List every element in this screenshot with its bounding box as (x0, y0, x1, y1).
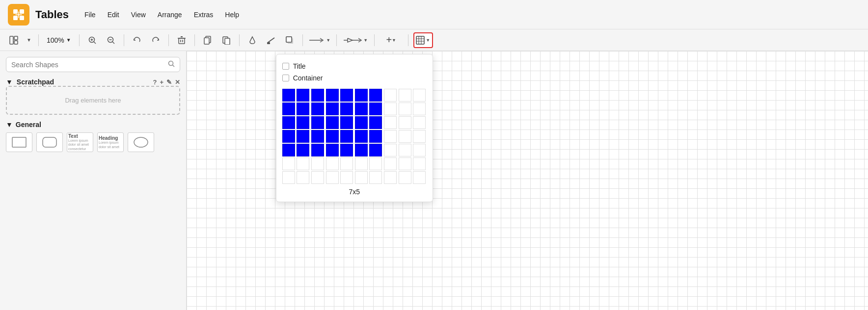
grid-cell-0-6[interactable] (369, 89, 382, 102)
menu-arrange[interactable]: Arrange (154, 9, 186, 21)
shape-heading[interactable]: Heading Lorem ipsum dolor sit amet (97, 132, 124, 152)
menu-view[interactable]: View (127, 9, 150, 21)
grid-cell-3-6[interactable] (369, 130, 382, 143)
grid-cell-5-1[interactable] (297, 157, 309, 170)
grid-cell-2-3[interactable] (326, 116, 339, 129)
grid-cell-6-1[interactable] (297, 171, 309, 184)
grid-cell-1-9[interactable] (413, 103, 426, 115)
grid-cell-2-6[interactable] (369, 116, 382, 129)
grid-cell-1-5[interactable] (355, 103, 368, 115)
grid-cell-6-9[interactable] (413, 171, 426, 184)
grid-cell-2-0[interactable] (282, 116, 295, 129)
zoom-selector[interactable]: 100% ▼ (44, 35, 74, 45)
insert-button[interactable]: + ▼ (380, 32, 403, 48)
grid-cell-0-8[interactable] (399, 89, 411, 102)
copy-button[interactable] (200, 32, 216, 48)
grid-cell-4-2[interactable] (311, 144, 324, 156)
grid-cell-3-2[interactable] (311, 130, 324, 143)
grid-cell-2-9[interactable] (413, 116, 426, 129)
grid-cell-5-0[interactable] (282, 157, 295, 170)
grid-cell-6-5[interactable] (355, 171, 368, 184)
grid-cell-3-7[interactable] (384, 130, 397, 143)
grid-cell-0-9[interactable] (413, 89, 426, 102)
grid-cell-3-3[interactable] (326, 130, 339, 143)
zoom-in-button[interactable] (84, 32, 100, 48)
table-button[interactable]: ▼ (413, 32, 433, 48)
grid-cell-4-0[interactable] (282, 144, 295, 156)
grid-cell-3-1[interactable] (297, 130, 309, 143)
grid-cell-0-1[interactable] (297, 89, 309, 102)
grid-cell-1-7[interactable] (384, 103, 397, 115)
grid-cell-0-4[interactable] (340, 89, 353, 102)
grid-cell-6-8[interactable] (399, 171, 411, 184)
grid-cell-4-5[interactable] (355, 144, 368, 156)
grid-cell-2-4[interactable] (340, 116, 353, 129)
grid-cell-6-7[interactable] (384, 171, 397, 184)
grid-cell-5-6[interactable] (369, 157, 382, 170)
grid-cell-4-8[interactable] (399, 144, 411, 156)
grid-cell-5-5[interactable] (355, 157, 368, 170)
grid-cell-5-4[interactable] (340, 157, 353, 170)
grid-cell-0-3[interactable] (326, 89, 339, 102)
title-option[interactable]: Title (282, 60, 427, 72)
grid-cell-0-2[interactable] (311, 89, 324, 102)
grid-cell-1-8[interactable] (399, 103, 411, 115)
shape-rounded-rect[interactable] (36, 132, 63, 152)
shape-text[interactable]: Text Lorem ipsum dolor sit amet consecte… (67, 132, 93, 152)
menu-file[interactable]: File (81, 9, 100, 21)
grid-picker[interactable] (282, 89, 427, 184)
grid-cell-0-5[interactable] (355, 89, 368, 102)
redo-button[interactable] (148, 32, 163, 48)
layout-dropdown-button[interactable]: ▼ (25, 32, 33, 48)
grid-cell-2-2[interactable] (311, 116, 324, 129)
grid-cell-3-8[interactable] (399, 130, 411, 143)
undo-button[interactable] (129, 32, 145, 48)
scratchpad-edit-icon[interactable]: ✎ (166, 78, 172, 86)
grid-cell-2-1[interactable] (297, 116, 309, 129)
grid-cell-5-8[interactable] (399, 157, 411, 170)
grid-cell-3-5[interactable] (355, 130, 368, 143)
grid-cell-2-8[interactable] (399, 116, 411, 129)
grid-cell-4-7[interactable] (384, 144, 397, 156)
grid-cell-5-7[interactable] (384, 157, 397, 170)
search-box[interactable] (6, 57, 180, 72)
grid-cell-6-2[interactable] (311, 171, 324, 184)
grid-cell-4-3[interactable] (326, 144, 339, 156)
grid-cell-4-4[interactable] (340, 144, 353, 156)
container-checkbox[interactable] (282, 75, 289, 81)
grid-cell-1-0[interactable] (282, 103, 295, 115)
grid-cell-4-6[interactable] (369, 144, 382, 156)
grid-cell-6-3[interactable] (326, 171, 339, 184)
container-option[interactable]: Container (282, 72, 427, 84)
grid-cell-3-0[interactable] (282, 130, 295, 143)
menu-help[interactable]: Help (221, 9, 243, 21)
shadow-button[interactable] (282, 32, 298, 48)
paste-button[interactable] (218, 32, 234, 48)
grid-cell-1-3[interactable] (326, 103, 339, 115)
shape-rectangle[interactable] (6, 132, 32, 152)
search-input[interactable] (11, 61, 164, 69)
grid-cell-1-6[interactable] (369, 103, 382, 115)
waypoint-button[interactable]: ▼ (342, 32, 369, 48)
grid-cell-1-1[interactable] (297, 103, 309, 115)
grid-cell-6-0[interactable] (282, 171, 295, 184)
grid-cell-2-5[interactable] (355, 116, 368, 129)
menu-edit[interactable]: Edit (104, 9, 123, 21)
title-checkbox[interactable] (282, 63, 289, 70)
grid-cell-0-7[interactable] (384, 89, 397, 102)
grid-cell-5-3[interactable] (326, 157, 339, 170)
grid-cell-3-4[interactable] (340, 130, 353, 143)
grid-cell-1-2[interactable] (311, 103, 324, 115)
grid-cell-4-9[interactable] (413, 144, 426, 156)
general-collapse-icon[interactable]: ▼ (6, 121, 13, 129)
grid-cell-3-9[interactable] (413, 130, 426, 143)
delete-button[interactable] (174, 32, 190, 48)
menu-extras[interactable]: Extras (190, 9, 217, 21)
fill-color-button[interactable] (244, 32, 260, 48)
grid-cell-5-9[interactable] (413, 157, 426, 170)
grid-cell-5-2[interactable] (311, 157, 324, 170)
layout-toggle-button[interactable] (6, 32, 22, 48)
arrow-button[interactable]: ▼ (308, 32, 331, 48)
grid-cell-6-6[interactable] (369, 171, 382, 184)
shape-ellipse[interactable] (128, 132, 154, 152)
